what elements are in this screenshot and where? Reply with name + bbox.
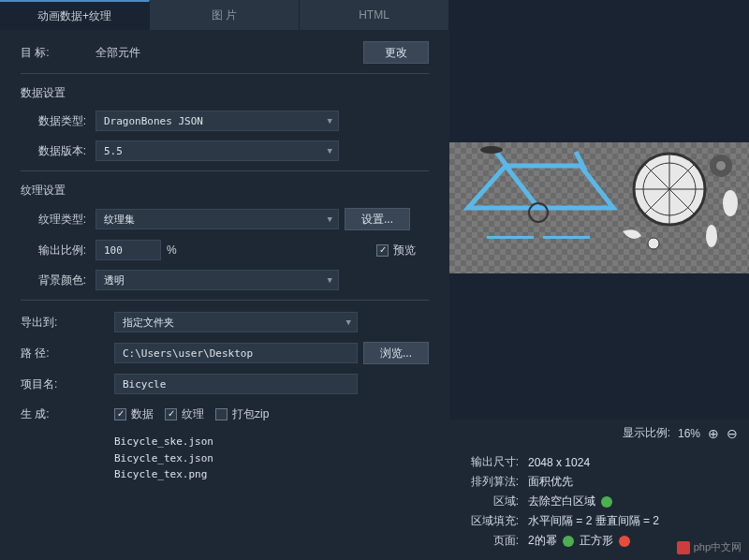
page-label: 页面: — [463, 533, 519, 549]
algorithm-label: 排列算法: — [463, 474, 519, 490]
algorithm-value: 面积优先 — [528, 474, 573, 490]
svg-point-10 — [480, 146, 503, 154]
texture-atlas-preview — [449, 142, 749, 273]
watermark-logo-icon — [677, 541, 690, 554]
gen-zip-checkbox[interactable] — [215, 408, 228, 420]
preview-controls: 显示比例: 16% ⊕ ⊖ — [449, 420, 749, 447]
tab-image[interactable]: 图 片 — [150, 0, 300, 30]
texture-section-header: 纹理设置 — [21, 183, 429, 199]
zoom-out-icon[interactable]: ⊖ — [727, 426, 738, 441]
zoom-ratio-label: 显示比例: — [623, 425, 670, 441]
tabs: 动画数据+纹理 图 片 HTML — [0, 0, 449, 30]
data-type-label: 数据类型: — [21, 113, 95, 129]
region-fill-label: 区域填充: — [463, 513, 519, 529]
svg-point-14 — [706, 225, 717, 247]
tab-animation-data-texture[interactable]: 动画数据+纹理 — [0, 0, 150, 30]
region-label: 区域: — [463, 494, 519, 509]
region-value: 去除空白区域 — [528, 494, 595, 509]
generate-label: 生 成: — [21, 406, 95, 422]
svg-point-15 — [648, 238, 659, 249]
output-ratio-label: 输出比例: — [21, 243, 95, 258]
bg-color-label: 背景颜色: — [21, 273, 95, 288]
gen-texture-label: 纹理 — [182, 406, 204, 422]
target-value: 全部元件 — [95, 45, 140, 61]
preview-area — [449, 30, 749, 420]
gen-data-label: 数据 — [131, 406, 154, 422]
svg-point-13 — [723, 190, 738, 216]
svg-point-12 — [716, 161, 726, 170]
output-size-label: 输出尺寸: — [463, 454, 519, 470]
ratio-unit: % — [167, 243, 177, 257]
svg-line-6 — [506, 166, 538, 208]
status-fail-icon — [619, 536, 630, 547]
watermark: php中文网 — [677, 540, 742, 554]
data-type-select[interactable]: DragonBones JSON — [95, 111, 339, 131]
data-version-label: 数据版本: — [21, 143, 95, 159]
preview-checkbox-label: 预览 — [393, 243, 416, 258]
data-version-select[interactable]: 5.5 — [95, 140, 339, 161]
data-section-header: 数据设置 — [21, 85, 429, 101]
texture-settings-button[interactable]: 设置... — [345, 208, 410, 230]
page-pow2-value: 2的幂 — [528, 533, 557, 549]
browse-button[interactable]: 浏览... — [363, 342, 429, 364]
file-list: Bicycle_ske.json Bicycle_tex.json Bicycl… — [114, 434, 429, 483]
change-button[interactable]: 更改 — [363, 41, 429, 64]
file-item: Bicycle_ske.json — [114, 434, 429, 450]
gen-data-checkbox[interactable] — [114, 408, 126, 420]
svg-rect-17 — [543, 236, 590, 239]
gen-texture-checkbox[interactable] — [165, 408, 177, 420]
bg-color-select[interactable]: 透明 — [95, 270, 339, 290]
watermark-text: php中文网 — [694, 540, 742, 554]
file-item: Bicycle_tex.png — [114, 466, 429, 483]
export-to-select[interactable]: 指定文件夹 — [114, 312, 358, 332]
page-square-value: 正方形 — [580, 533, 613, 549]
tab-html[interactable]: HTML — [300, 0, 449, 30]
region-fill-value: 水平间隔 = 2 垂直间隔 = 2 — [528, 513, 659, 529]
target-label: 目 标: — [21, 45, 95, 61]
texture-type-select[interactable]: 纹理集 — [95, 209, 339, 229]
left-panel: 动画数据+纹理 图 片 HTML 目 标: 全部元件 更改 数据设置 数据类型:… — [0, 0, 449, 560]
gen-zip-label: 打包zip — [232, 406, 269, 422]
bicycle-sprite-icon — [449, 142, 749, 273]
path-label: 路 径: — [21, 346, 95, 361]
form-content: 目 标: 全部元件 更改 数据设置 数据类型: DragonBones JSON… — [0, 30, 449, 560]
file-item: Bicycle_tex.json — [114, 450, 429, 467]
svg-rect-16 — [487, 236, 534, 239]
path-input[interactable] — [114, 343, 358, 363]
status-ok-icon — [601, 496, 612, 508]
right-panel: 显示比例: 16% ⊕ ⊖ 输出尺寸:2048 x 1024 排列算法:面积优先… — [449, 0, 749, 560]
zoom-in-icon[interactable]: ⊕ — [708, 426, 719, 441]
texture-type-label: 纹理类型: — [21, 212, 95, 228]
project-name-input[interactable] — [114, 374, 358, 394]
zoom-ratio-value: 16% — [678, 427, 700, 440]
output-ratio-input[interactable] — [95, 240, 161, 260]
status-ok-icon — [563, 536, 574, 547]
project-name-label: 项目名: — [21, 376, 95, 392]
output-size-value: 2048 x 1024 — [528, 456, 590, 469]
preview-checkbox[interactable] — [376, 244, 389, 257]
export-to-label: 导出到: — [21, 315, 95, 331]
